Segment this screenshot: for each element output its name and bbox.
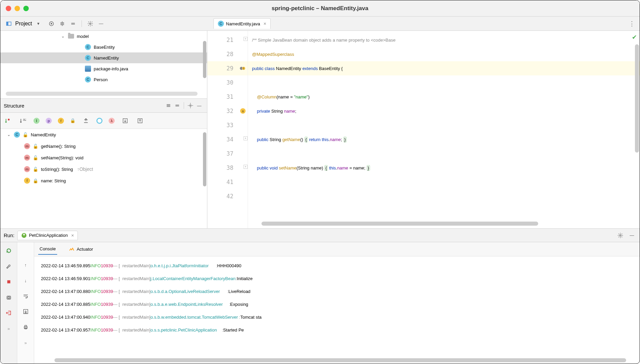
rerun-icon[interactable] bbox=[4, 246, 13, 255]
show-interfaces-icon[interactable]: I bbox=[33, 118, 40, 124]
code-editor[interactable]: 21+2829303132a3334+3738+4142 ✔ /** Simpl… bbox=[207, 31, 640, 228]
more-options-icon[interactable]: ⋮ bbox=[629, 20, 636, 27]
show-non-public-icon[interactable]: 🔒 bbox=[70, 118, 75, 123]
gutter-line[interactable]: 28 bbox=[207, 47, 248, 61]
editor-gutter[interactable]: 21+2829303132a3334+3738+4142 bbox=[207, 31, 248, 228]
code-line[interactable]: @Column(name = "name") bbox=[248, 90, 640, 104]
close-tab-icon[interactable]: × bbox=[71, 233, 74, 238]
show-properties-icon[interactable]: p bbox=[46, 118, 52, 124]
console-horizontal-scrollbar[interactable] bbox=[54, 358, 626, 362]
gutter-line[interactable]: 41 bbox=[207, 175, 248, 189]
show-fields-icon[interactable]: f bbox=[58, 118, 64, 124]
structure-member[interactable]: f🔒name: String bbox=[0, 175, 207, 186]
exit-icon[interactable] bbox=[4, 309, 13, 317]
console-output[interactable]: 2022-02-14 13:46:59.895 INFO 10939 --- [… bbox=[34, 256, 640, 364]
wrench-icon[interactable] bbox=[4, 262, 13, 271]
dump-threads-icon[interactable] bbox=[4, 293, 13, 302]
structure-member[interactable]: m🔓getName(): String bbox=[0, 140, 207, 152]
gutter-line[interactable]: 21+ bbox=[207, 33, 248, 47]
maximize-window-button[interactable] bbox=[23, 6, 29, 11]
soft-wrap-icon[interactable] bbox=[21, 292, 30, 300]
fold-icon[interactable]: + bbox=[244, 136, 248, 140]
show-anonymous-icon[interactable] bbox=[96, 118, 102, 124]
log-line[interactable]: 2022-02-14 13:47:00.880 INFO 10939 --- [… bbox=[41, 285, 633, 298]
run-config-tab[interactable]: PetClinicApplication × bbox=[17, 231, 78, 240]
chevron-down-icon[interactable]: ⌄ bbox=[61, 34, 65, 39]
gutter-line[interactable]: 30 bbox=[207, 75, 248, 90]
project-dropdown-icon[interactable]: ▾ bbox=[34, 19, 43, 28]
code-line[interactable] bbox=[248, 175, 640, 189]
settings-gear-icon[interactable] bbox=[186, 101, 195, 110]
expand-all-icon[interactable] bbox=[58, 19, 67, 28]
autoscroll-from-source-icon[interactable] bbox=[136, 116, 144, 125]
gutter-line[interactable]: 33 bbox=[207, 118, 248, 132]
expand-all-icon[interactable] bbox=[164, 101, 173, 110]
editor-tab[interactable]: C NamedEntity.java × bbox=[213, 18, 271, 29]
code-line[interactable]: @MappedSuperclass bbox=[248, 47, 640, 61]
gutter-override-icon[interactable] bbox=[239, 65, 246, 71]
select-opened-file-icon[interactable] bbox=[47, 19, 56, 28]
scrollbar-thumb[interactable] bbox=[203, 41, 206, 78]
editor-code-area[interactable]: ✔ /** Simple JavaBean domain object adds… bbox=[248, 31, 640, 228]
code-line[interactable] bbox=[248, 189, 640, 203]
fold-icon[interactable]: + bbox=[244, 165, 248, 169]
editor-vertical-scrollbar[interactable] bbox=[635, 44, 639, 153]
close-window-button[interactable] bbox=[6, 6, 11, 11]
structure-member[interactable]: m🔓setName(String): void bbox=[0, 152, 207, 163]
structure-member[interactable]: m🔓toString(): String↑Object bbox=[0, 163, 207, 175]
gutter-line[interactable]: 31 bbox=[207, 90, 248, 104]
structure-tree[interactable]: ⌄ C 🔓 NamedEntity m🔓getName(): Stringm🔓s… bbox=[0, 129, 207, 228]
gutter-line[interactable]: 29 bbox=[207, 61, 248, 75]
print-icon[interactable] bbox=[21, 323, 30, 332]
more-icon[interactable]: » bbox=[21, 338, 30, 347]
code-line[interactable]: private String name; bbox=[248, 104, 640, 118]
project-tree[interactable]: ⌄ model CBaseEntityCNamedEntitypackage-i… bbox=[0, 31, 207, 98]
log-line[interactable]: 2022-02-14 13:47:00.957 INFO 10939 --- [… bbox=[41, 323, 633, 336]
collapse-all-icon[interactable] bbox=[69, 19, 77, 28]
chevron-down-icon[interactable]: ⌄ bbox=[7, 132, 11, 137]
project-view-icon[interactable] bbox=[4, 19, 13, 28]
gutter-line[interactable]: 37 bbox=[207, 146, 248, 161]
sort-alpha-icon[interactable]: az bbox=[19, 116, 27, 125]
settings-gear-icon[interactable] bbox=[616, 231, 625, 240]
tree-file-package-info-java[interactable]: package-info.java bbox=[0, 63, 207, 74]
autoscroll-to-source-icon[interactable] bbox=[121, 116, 130, 125]
hide-tool-window-icon[interactable]: — bbox=[195, 101, 204, 110]
gutter-annotation-icon[interactable]: a bbox=[240, 108, 246, 114]
minimize-window-button[interactable] bbox=[15, 6, 20, 11]
editor-horizontal-scrollbar[interactable] bbox=[261, 222, 538, 226]
code-line[interactable]: /** Simple JavaBean domain object adds a… bbox=[248, 33, 640, 47]
code-line[interactable]: public String getName() { return this.na… bbox=[248, 132, 640, 146]
gutter-line[interactable]: 34+ bbox=[207, 132, 248, 146]
code-line[interactable] bbox=[248, 75, 640, 90]
hide-tool-window-icon[interactable]: — bbox=[627, 231, 636, 240]
show-lambdas-icon[interactable]: λ bbox=[109, 118, 115, 124]
stop-icon[interactable] bbox=[4, 277, 13, 286]
structure-root[interactable]: ⌄ C 🔓 NamedEntity bbox=[0, 129, 207, 140]
code-line[interactable] bbox=[248, 118, 640, 132]
scroll-to-end-icon[interactable] bbox=[21, 307, 30, 316]
inspection-ok-icon[interactable]: ✔ bbox=[632, 33, 637, 41]
tree-file-baseentity[interactable]: CBaseEntity bbox=[0, 42, 207, 52]
scroll-up-icon[interactable]: ↑ bbox=[21, 260, 30, 269]
scroll-down-icon[interactable]: ↓ bbox=[21, 276, 30, 285]
show-inherited-icon[interactable] bbox=[82, 116, 90, 125]
log-line[interactable]: 2022-02-14 13:46:59.901 INFO 10939 --- [… bbox=[41, 272, 633, 285]
fold-icon[interactable]: + bbox=[244, 37, 248, 41]
code-line[interactable]: public void setName(String name) { this.… bbox=[248, 161, 640, 175]
code-line[interactable] bbox=[248, 146, 640, 161]
code-line[interactable]: public class NamedEntity extends BaseEnt… bbox=[248, 61, 640, 75]
settings-gear-icon[interactable] bbox=[86, 19, 95, 28]
tab-console[interactable]: Console bbox=[38, 244, 57, 255]
scrollbar-thumb[interactable] bbox=[203, 132, 206, 186]
tree-file-namedentity[interactable]: CNamedEntity bbox=[0, 52, 207, 63]
tree-file-person[interactable]: CPerson bbox=[0, 74, 207, 85]
close-tab-icon[interactable]: × bbox=[264, 21, 266, 26]
collapse-all-icon[interactable] bbox=[173, 101, 182, 110]
more-icon[interactable]: » bbox=[4, 324, 13, 333]
gutter-line[interactable]: 38+ bbox=[207, 161, 248, 175]
log-line[interactable]: 2022-02-14 13:46:59.895 INFO 10939 --- [… bbox=[41, 259, 633, 272]
log-line[interactable]: 2022-02-14 13:47:00.940 INFO 10939 --- [… bbox=[41, 311, 633, 323]
log-line[interactable]: 2022-02-14 13:47:00.885 INFO 10939 --- [… bbox=[41, 298, 633, 311]
tab-actuator[interactable]: Actuator bbox=[67, 244, 94, 255]
